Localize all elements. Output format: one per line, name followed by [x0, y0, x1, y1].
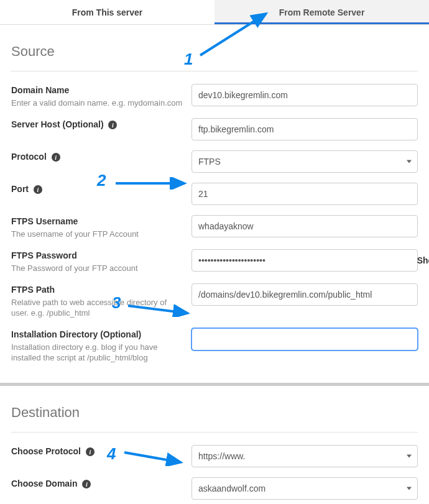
info-icon[interactable]: i: [86, 447, 95, 456]
divider: [11, 432, 418, 433]
installdir-input[interactable]: [191, 328, 418, 351]
username-input[interactable]: [191, 215, 418, 237]
port-input[interactable]: [191, 183, 418, 205]
info-icon[interactable]: i: [34, 185, 42, 194]
row-port: Port i: [11, 183, 418, 205]
domain-name-label: Domain Name: [11, 84, 184, 96]
path-hint: Relative path to web accessible director…: [11, 297, 184, 318]
choose-protocol-label: Choose Protocol: [11, 446, 81, 456]
source-section: Source Domain Name Enter a valid domain …: [0, 44, 429, 363]
protocol-select[interactable]: FTPS: [191, 150, 418, 173]
divider: [11, 71, 418, 71]
protocol-label: Protocol: [11, 152, 47, 162]
info-icon[interactable]: i: [108, 121, 117, 129]
tab-remote-server[interactable]: From Remote Server: [214, 0, 429, 24]
destination-title: Destination: [11, 405, 418, 421]
password-hint: The Password of your FTP account: [11, 263, 184, 273]
password-input[interactable]: [191, 249, 418, 272]
info-icon[interactable]: i: [52, 153, 60, 162]
section-divider: [0, 383, 429, 386]
row-password: FTPS Password The Password of your FTP a…: [11, 249, 418, 273]
username-hint: The username of your FTP Account: [11, 229, 184, 239]
choose-protocol-select[interactable]: https://www.: [191, 445, 418, 467]
row-server-host: Server Host (Optional) i: [11, 118, 418, 140]
domain-name-hint: Enter a valid domain name. e.g. mydomain…: [11, 98, 184, 108]
installdir-hint: Installation directory e.g. blog if you …: [11, 342, 184, 363]
destination-section: Destination Choose Protocol i https://ww…: [0, 405, 429, 500]
row-protocol: Protocol i FTPS: [11, 150, 418, 173]
choose-domain-select[interactable]: askaandwolf.com: [191, 477, 418, 500]
installdir-label: Installation Directory (Optional): [11, 328, 184, 341]
server-host-label: Server Host (Optional): [11, 119, 104, 129]
show-password-toggle[interactable]: Show: [417, 249, 429, 272]
password-label: FTPS Password: [11, 249, 184, 262]
row-installdir: Installation Directory (Optional) Instal…: [11, 328, 418, 363]
path-label: FTPS Path: [11, 283, 184, 296]
row-choose-domain: Choose Domain i askaandwolf.com: [11, 477, 418, 500]
domain-name-input[interactable]: [191, 84, 418, 106]
choose-domain-label: Choose Domain: [11, 479, 78, 488]
row-choose-protocol: Choose Protocol i https://www.: [11, 445, 418, 467]
info-icon[interactable]: i: [82, 480, 91, 488]
source-title: Source: [11, 44, 418, 60]
row-username: FTPS Username The username of your FTP A…: [11, 215, 418, 239]
path-input[interactable]: [191, 283, 418, 306]
row-path: FTPS Path Relative path to web accessibl…: [11, 283, 418, 318]
port-label: Port: [11, 184, 29, 194]
tab-this-server[interactable]: From This server: [0, 0, 214, 24]
server-host-input[interactable]: [191, 118, 418, 140]
username-label: FTPS Username: [11, 215, 184, 227]
row-domain-name: Domain Name Enter a valid domain name. e…: [11, 84, 418, 108]
tabs: From This server From Remote Server: [0, 0, 429, 25]
